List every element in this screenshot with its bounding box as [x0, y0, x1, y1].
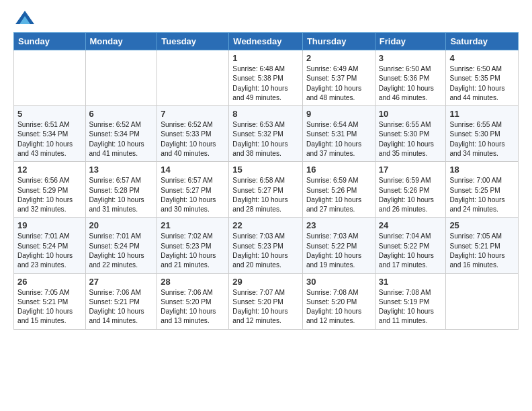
day-number: 10	[379, 109, 443, 119]
day-number: 5	[17, 109, 82, 119]
calendar-week-4: 19Sunrise: 7:01 AM Sunset: 5:24 PM Dayli…	[14, 218, 519, 273]
calendar-cell: 20Sunrise: 7:01 AM Sunset: 5:24 PM Dayli…	[85, 218, 157, 273]
day-number: 1	[232, 53, 299, 63]
col-monday: Monday	[85, 33, 157, 50]
calendar-cell: 14Sunrise: 6:57 AM Sunset: 5:27 PM Dayli…	[157, 162, 229, 218]
day-number: 31	[379, 277, 443, 287]
calendar-cell: 2Sunrise: 6:49 AM Sunset: 5:37 PM Daylig…	[302, 50, 375, 106]
day-number: 13	[89, 165, 154, 175]
calendar-cell: 4Sunrise: 6:50 AM Sunset: 5:35 PM Daylig…	[446, 50, 519, 106]
day-number: 20	[89, 220, 154, 230]
calendar-week-2: 5Sunrise: 6:51 AM Sunset: 5:34 PM Daylig…	[14, 106, 519, 162]
day-number: 27	[89, 277, 154, 287]
day-number: 16	[306, 165, 371, 175]
calendar-cell: 1Sunrise: 6:48 AM Sunset: 5:38 PM Daylig…	[229, 50, 303, 106]
day-info: Sunrise: 6:54 AM Sunset: 5:31 PM Dayligh…	[306, 120, 371, 158]
page-container: Sunday Monday Tuesday Wednesday Thursday…	[0, 0, 532, 336]
day-info: Sunrise: 7:05 AM Sunset: 5:21 PM Dayligh…	[449, 232, 515, 270]
day-info: Sunrise: 7:08 AM Sunset: 5:20 PM Dayligh…	[306, 288, 371, 326]
calendar-cell: 7Sunrise: 6:52 AM Sunset: 5:33 PM Daylig…	[157, 106, 229, 162]
calendar-week-3: 12Sunrise: 6:56 AM Sunset: 5:29 PM Dayli…	[14, 162, 519, 218]
day-info: Sunrise: 7:00 AM Sunset: 5:25 PM Dayligh…	[449, 176, 515, 214]
calendar-cell: 24Sunrise: 7:04 AM Sunset: 5:22 PM Dayli…	[375, 218, 446, 273]
col-wednesday: Wednesday	[229, 33, 303, 50]
calendar-cell: 6Sunrise: 6:52 AM Sunset: 5:34 PM Daylig…	[85, 106, 157, 162]
col-sunday: Sunday	[14, 33, 86, 50]
calendar-week-1: 1Sunrise: 6:48 AM Sunset: 5:38 PM Daylig…	[14, 50, 519, 106]
calendar-cell: 8Sunrise: 6:53 AM Sunset: 5:32 PM Daylig…	[229, 106, 303, 162]
day-number: 8	[232, 109, 299, 119]
day-number: 15	[232, 165, 299, 175]
calendar-cell	[85, 50, 157, 106]
day-number: 2	[306, 53, 371, 63]
day-number: 29	[232, 277, 299, 287]
day-number: 23	[306, 220, 371, 230]
day-info: Sunrise: 6:55 AM Sunset: 5:30 PM Dayligh…	[379, 120, 443, 158]
day-number: 19	[17, 220, 82, 230]
col-tuesday: Tuesday	[157, 33, 229, 50]
day-number: 6	[89, 109, 154, 119]
day-info: Sunrise: 6:55 AM Sunset: 5:30 PM Dayligh…	[449, 120, 515, 158]
day-info: Sunrise: 7:01 AM Sunset: 5:24 PM Dayligh…	[89, 232, 154, 270]
calendar-cell: 18Sunrise: 7:00 AM Sunset: 5:25 PM Dayli…	[446, 162, 519, 218]
calendar-cell: 27Sunrise: 7:06 AM Sunset: 5:21 PM Dayli…	[85, 273, 157, 329]
calendar-cell: 5Sunrise: 6:51 AM Sunset: 5:34 PM Daylig…	[14, 106, 86, 162]
day-info: Sunrise: 6:52 AM Sunset: 5:33 PM Dayligh…	[161, 120, 225, 158]
calendar-cell: 26Sunrise: 7:05 AM Sunset: 5:21 PM Dayli…	[14, 273, 86, 329]
day-number: 11	[449, 109, 515, 119]
day-info: Sunrise: 6:50 AM Sunset: 5:35 PM Dayligh…	[449, 64, 515, 103]
calendar-cell: 30Sunrise: 7:08 AM Sunset: 5:20 PM Dayli…	[302, 273, 375, 329]
calendar-cell: 11Sunrise: 6:55 AM Sunset: 5:30 PM Dayli…	[446, 106, 519, 162]
calendar-cell: 9Sunrise: 6:54 AM Sunset: 5:31 PM Daylig…	[302, 106, 375, 162]
day-info: Sunrise: 6:59 AM Sunset: 5:26 PM Dayligh…	[379, 176, 443, 214]
day-number: 24	[379, 220, 443, 230]
day-info: Sunrise: 6:56 AM Sunset: 5:29 PM Dayligh…	[17, 176, 82, 214]
day-info: Sunrise: 6:48 AM Sunset: 5:38 PM Dayligh…	[232, 64, 299, 103]
logo-text	[13, 11, 34, 27]
day-info: Sunrise: 7:04 AM Sunset: 5:22 PM Dayligh…	[379, 232, 443, 270]
calendar-cell: 21Sunrise: 7:02 AM Sunset: 5:23 PM Dayli…	[157, 218, 229, 273]
calendar-cell: 13Sunrise: 6:57 AM Sunset: 5:28 PM Dayli…	[85, 162, 157, 218]
day-info: Sunrise: 7:02 AM Sunset: 5:23 PM Dayligh…	[161, 232, 225, 270]
logo	[13, 11, 34, 27]
calendar-cell: 12Sunrise: 6:56 AM Sunset: 5:29 PM Dayli…	[14, 162, 86, 218]
day-number: 30	[306, 277, 371, 287]
day-info: Sunrise: 7:03 AM Sunset: 5:22 PM Dayligh…	[306, 232, 371, 270]
header	[13, 11, 519, 27]
day-info: Sunrise: 7:03 AM Sunset: 5:23 PM Dayligh…	[232, 232, 299, 270]
col-friday: Friday	[375, 33, 446, 50]
day-info: Sunrise: 6:57 AM Sunset: 5:28 PM Dayligh…	[89, 176, 154, 214]
calendar-cell	[446, 273, 519, 329]
calendar-cell: 29Sunrise: 7:07 AM Sunset: 5:20 PM Dayli…	[229, 273, 303, 329]
calendar-week-5: 26Sunrise: 7:05 AM Sunset: 5:21 PM Dayli…	[14, 273, 519, 329]
day-number: 22	[232, 220, 299, 230]
day-info: Sunrise: 7:06 AM Sunset: 5:21 PM Dayligh…	[89, 288, 154, 326]
day-info: Sunrise: 7:08 AM Sunset: 5:19 PM Dayligh…	[379, 288, 443, 326]
day-info: Sunrise: 6:58 AM Sunset: 5:27 PM Dayligh…	[232, 176, 299, 214]
calendar-cell: 16Sunrise: 6:59 AM Sunset: 5:26 PM Dayli…	[302, 162, 375, 218]
logo-icon	[15, 11, 34, 26]
calendar-cell: 31Sunrise: 7:08 AM Sunset: 5:19 PM Dayli…	[375, 273, 446, 329]
calendar-header-row: Sunday Monday Tuesday Wednesday Thursday…	[14, 33, 519, 50]
day-number: 7	[161, 109, 225, 119]
day-number: 3	[379, 53, 443, 63]
day-number: 25	[449, 220, 515, 230]
day-number: 4	[449, 53, 515, 63]
calendar-body: 1Sunrise: 6:48 AM Sunset: 5:38 PM Daylig…	[14, 50, 519, 330]
day-info: Sunrise: 6:53 AM Sunset: 5:32 PM Dayligh…	[232, 120, 299, 158]
day-number: 28	[161, 277, 225, 287]
calendar-cell: 17Sunrise: 6:59 AM Sunset: 5:26 PM Dayli…	[375, 162, 446, 218]
calendar-cell: 19Sunrise: 7:01 AM Sunset: 5:24 PM Dayli…	[14, 218, 86, 273]
day-number: 26	[17, 277, 82, 287]
calendar-cell: 10Sunrise: 6:55 AM Sunset: 5:30 PM Dayli…	[375, 106, 446, 162]
calendar-cell: 25Sunrise: 7:05 AM Sunset: 5:21 PM Dayli…	[446, 218, 519, 273]
day-number: 17	[379, 165, 443, 175]
day-info: Sunrise: 6:51 AM Sunset: 5:34 PM Dayligh…	[17, 120, 82, 158]
day-number: 18	[449, 165, 515, 175]
day-info: Sunrise: 7:01 AM Sunset: 5:24 PM Dayligh…	[17, 232, 82, 270]
calendar-table: Sunday Monday Tuesday Wednesday Thursday…	[13, 32, 519, 330]
day-info: Sunrise: 7:05 AM Sunset: 5:21 PM Dayligh…	[17, 288, 82, 326]
col-saturday: Saturday	[446, 33, 519, 50]
day-number: 9	[306, 109, 371, 119]
day-number: 14	[161, 165, 225, 175]
